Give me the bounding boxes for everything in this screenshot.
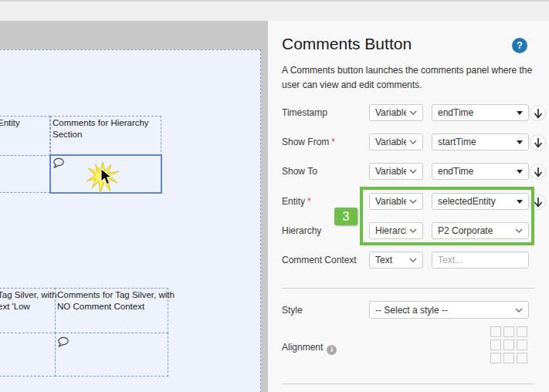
cell-comments-button-2[interactable] (55, 333, 168, 377)
entity-value-combo[interactable]: selectedEntity (432, 193, 529, 210)
alignment-cell[interactable] (503, 353, 514, 363)
style-dropdown[interactable]: -- Select a style -- (369, 301, 529, 319)
triangle-down-icon (517, 200, 523, 204)
field-label-alignment: Alignmenti (282, 342, 337, 355)
field-label-comment-context: Comment Context (282, 255, 357, 265)
section-divider (282, 288, 534, 289)
chevron-down-icon (409, 110, 417, 115)
info-icon[interactable]: i (327, 345, 337, 355)
show-to-move-down-button[interactable] (530, 164, 546, 180)
entity-move-down-button[interactable] (530, 194, 546, 210)
alignment-cell[interactable] (517, 340, 527, 350)
entity-source-dropdown[interactable]: Variable (369, 193, 423, 210)
down-arrow-icon (534, 197, 543, 208)
chevron-down-icon (409, 258, 417, 262)
cell-tag-silver-header[interactable]: Tag Silver, with ext 'Low (0, 288, 56, 333)
top-toolbar (0, 0, 549, 21)
show-to-value-combo[interactable]: endTime (432, 163, 529, 180)
field-label-show-to: Show To (282, 166, 317, 177)
triangle-down-icon (517, 111, 523, 115)
field-label-entity: Entity* (282, 196, 311, 207)
cell-comments-button-selected[interactable] (49, 154, 162, 194)
alignment-cell[interactable] (490, 353, 501, 363)
alignment-grid-control[interactable] (490, 326, 527, 363)
cell-text-line1: Comments for Hierarchy (53, 117, 159, 129)
cell-text-line1: Tag Silver, with (0, 289, 53, 301)
comment-context-source-dropdown[interactable]: Text (369, 252, 423, 269)
app-window: Entity Comments for Hierarchy Section Ta… (0, 0, 549, 392)
section-divider (282, 384, 534, 384)
alignment-cell[interactable] (503, 326, 514, 337)
field-label-show-from: Show From* (282, 137, 335, 147)
triangle-down-icon (517, 140, 523, 144)
cell-text-line2: ext 'Low (0, 301, 53, 313)
comment-context-text-input[interactable] (432, 252, 529, 269)
page-title: Comments Button (282, 35, 412, 53)
chevron-down-icon (409, 228, 417, 233)
cell-text-line2: NO Comment Context (57, 301, 166, 313)
hierarchy-value-dropdown[interactable]: P2 Corporate (432, 222, 529, 239)
comment-bubble-icon[interactable] (53, 157, 66, 170)
alignment-cell[interactable] (490, 326, 501, 337)
alignment-cell[interactable] (517, 326, 527, 337)
field-label-timestamp: Timestamp (282, 107, 327, 118)
chevron-down-icon (515, 228, 523, 233)
show-to-source-dropdown[interactable]: Variable (369, 163, 423, 180)
required-asterisk: * (331, 137, 335, 147)
triangle-down-icon (517, 170, 523, 174)
cell-empty[interactable] (0, 333, 56, 377)
panel-description: A Comments button launches the comments … (282, 63, 546, 93)
cell-text-line1: Comments for Tag Silver, with (57, 289, 166, 301)
required-asterisk: * (307, 196, 311, 207)
timestamp-move-down-button[interactable] (530, 105, 546, 121)
show-from-source-dropdown[interactable]: Variable (369, 133, 423, 150)
down-arrow-icon (534, 108, 543, 119)
cell-comments-hierarchy-header[interactable]: Comments for Hierarchy Section (50, 116, 161, 156)
cell-empty[interactable] (0, 155, 50, 193)
field-label-style: Style (282, 305, 303, 316)
cell-text-line2: Section (53, 129, 159, 140)
alignment-cell[interactable] (490, 340, 501, 350)
cell-comments-tag-silver-header[interactable]: Comments for Tag Silver, with NO Comment… (55, 288, 168, 333)
chevron-down-icon (409, 199, 417, 204)
down-arrow-icon (534, 137, 543, 148)
timestamp-value-combo[interactable]: endTime (432, 104, 529, 121)
comment-bubble-icon[interactable] (57, 336, 71, 349)
step-number-badge: 3 (334, 208, 358, 225)
mouse-cursor-icon (100, 168, 113, 186)
alignment-cell[interactable] (517, 353, 527, 363)
properties-panel: Comments Button ? A Comments button laun… (268, 21, 549, 392)
chevron-down-icon (409, 140, 417, 144)
down-arrow-icon (534, 167, 543, 177)
hierarchy-source-dropdown[interactable]: Hierarchy (369, 222, 423, 239)
cell-entity-header[interactable]: Entity (0, 116, 50, 156)
chevron-down-icon (515, 308, 523, 313)
chevron-down-icon (409, 169, 417, 174)
field-label-hierarchy: Hierarchy (282, 225, 321, 236)
cell-text: Entity (0, 117, 48, 129)
show-from-value-combo[interactable]: startTime (432, 133, 529, 150)
help-icon[interactable]: ? (512, 38, 527, 53)
timestamp-source-dropdown[interactable]: Variable (369, 104, 423, 121)
alignment-cell[interactable] (503, 340, 514, 350)
show-from-move-down-button[interactable] (530, 134, 546, 150)
